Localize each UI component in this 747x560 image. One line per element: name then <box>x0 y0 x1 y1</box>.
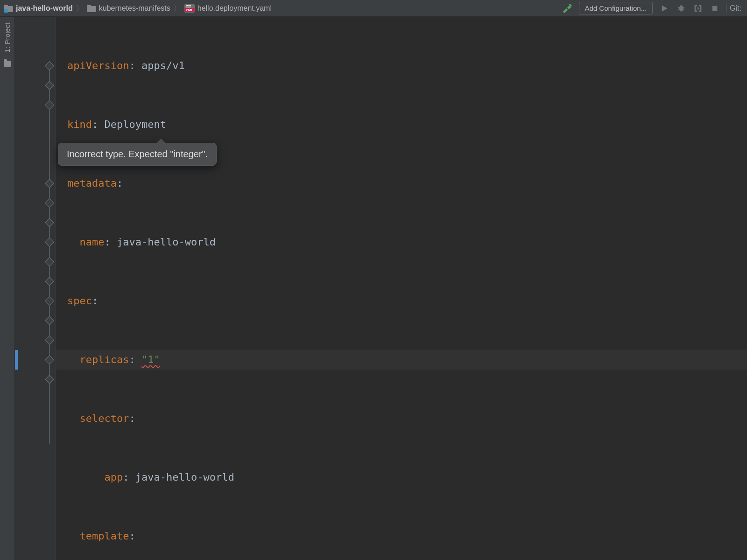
fold-toggle-icon[interactable] <box>45 61 54 70</box>
fold-toggle-icon[interactable] <box>45 218 54 227</box>
fold-toggle-icon[interactable] <box>45 238 54 247</box>
fold-toggle-icon[interactable] <box>45 296 54 306</box>
code-line[interactable]: app: java-hello-world <box>56 468 747 487</box>
build-icon[interactable] <box>562 3 572 14</box>
code-line[interactable]: spec: <box>56 291 747 311</box>
left-tool-stripe: 1: Project <box>0 17 15 560</box>
code-line[interactable]: name: java-hello-world <box>56 232 747 252</box>
fold-toggle-icon[interactable] <box>45 179 54 188</box>
code-line[interactable]: apiVersion: apps/v1 <box>56 56 747 76</box>
fold-toggle-icon[interactable] <box>45 336 54 345</box>
run-icon[interactable] <box>659 3 669 14</box>
fold-toggle-icon[interactable] <box>45 257 54 266</box>
fold-toggle-icon[interactable] <box>45 355 54 364</box>
code-line[interactable]: template: <box>56 526 747 546</box>
code-line[interactable]: replicas: "1" <box>56 350 747 370</box>
breadcrumb: java-hello-world 〉 kubernetes-manifests … <box>4 3 562 14</box>
folder-icon <box>4 5 13 12</box>
chevron-right-icon: 〉 <box>172 3 183 14</box>
yaml-file-icon <box>184 4 195 13</box>
editor[interactable]: apiVersion: apps/v1 kind: Deployment met… <box>15 17 747 560</box>
breadcrumb-folder-label: kubernetes-manifests <box>99 4 170 13</box>
fold-toggle-icon[interactable] <box>45 316 54 325</box>
fold-toggle-icon[interactable] <box>45 375 54 384</box>
add-configuration-button[interactable]: Add Configuration... <box>579 2 653 14</box>
fold-toggle-icon[interactable] <box>45 81 54 90</box>
folder-icon[interactable] <box>4 61 11 67</box>
error-tooltip-text: Incorrect type. Expected "integer". <box>67 149 208 159</box>
fold-toggle-icon[interactable] <box>45 100 54 110</box>
fold-toggle-icon[interactable] <box>45 277 54 286</box>
gutter[interactable] <box>15 17 56 560</box>
folder-icon <box>87 5 96 12</box>
git-label[interactable]: Git: <box>726 4 741 13</box>
top-toolbar: java-hello-world 〉 kubernetes-manifests … <box>0 0 747 17</box>
fold-toggle-icon[interactable] <box>45 198 54 208</box>
breadcrumb-project-label: java-hello-world <box>16 4 73 13</box>
error-tooltip: Incorrect type. Expected "integer". <box>58 143 217 166</box>
run-with-coverage-icon[interactable] <box>693 3 703 14</box>
breadcrumb-file[interactable]: hello.deployment.yaml <box>184 4 272 13</box>
project-tool-window-tab[interactable]: 1: Project <box>4 22 11 52</box>
breadcrumb-folder[interactable]: kubernetes-manifests <box>87 4 170 13</box>
error-span: "1" <box>141 354 160 365</box>
debug-icon[interactable] <box>676 3 686 14</box>
code-line[interactable]: metadata: <box>56 174 747 193</box>
code-area[interactable]: apiVersion: apps/v1 kind: Deployment met… <box>56 17 747 560</box>
code-line[interactable]: selector: <box>56 409 747 428</box>
breadcrumb-project[interactable]: java-hello-world <box>4 4 73 13</box>
chevron-right-icon: 〉 <box>75 3 85 14</box>
add-configuration-label: Add Configuration... <box>585 4 647 12</box>
breadcrumb-file-label: hello.deployment.yaml <box>197 4 272 13</box>
toolbar-right: Add Configuration... Git: <box>562 2 743 14</box>
code-line[interactable]: kind: Deployment <box>56 115 747 134</box>
stop-icon[interactable] <box>710 3 720 14</box>
svg-rect-0 <box>712 6 718 11</box>
project-tab-label: 1: Project <box>4 22 11 52</box>
